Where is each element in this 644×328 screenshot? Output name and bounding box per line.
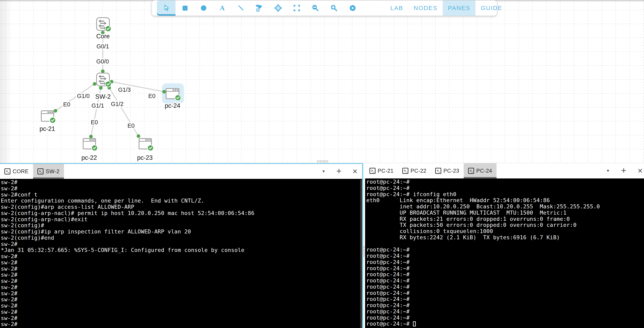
terminal-tab-label: CORE (12, 169, 29, 175)
text-icon: A (218, 4, 226, 13)
terminal-tab-pc-24[interactable]: >_PC-24 (464, 163, 496, 179)
collapse-pane-button[interactable]: ▼ (322, 169, 326, 174)
topology-canvas[interactable]: G0/1G0/0G1/0G1/1G1/2G1/3E0E0E0E0CoreSW-2… (0, 0, 644, 163)
terminal-pane-right: >_PC-21>_PC-22>_PC-23>_PC-24▼+✕ root@pc-… (365, 163, 644, 328)
terminal-tab-pc-23[interactable]: >_PC-23 (431, 163, 464, 179)
pane-controls: ▼+✕ (606, 163, 644, 179)
terminal-tab-label: PC-21 (378, 168, 394, 174)
tool-rectangle-button[interactable] (176, 1, 194, 16)
zoom-in-icon (330, 4, 338, 13)
line-icon (236, 4, 245, 13)
close-pane-button[interactable]: ✕ (638, 167, 643, 175)
terminal-tab-label: SW-2 (46, 169, 60, 175)
link-endpoint-dot (89, 135, 93, 138)
collapse-pane-button[interactable]: ▼ (606, 169, 610, 173)
terminal-prompt-icon: >_ (38, 169, 44, 175)
toolbar-tab-guide[interactable]: GUIDE (476, 1, 508, 16)
terminal-tabbar-left: >_CORE>_SW-2▼+✕ (0, 164, 362, 179)
terminal-tab-label: PC-24 (476, 168, 492, 174)
terminal-tab-pc-22[interactable]: >_PC-22 (398, 163, 431, 179)
link-endpoint-dot (101, 69, 104, 73)
terminal-pane-left: >_CORE>_SW-2▼+✕ sw-2# sw-2# sw-2#conf t … (0, 163, 363, 328)
tool-center-view-button[interactable] (269, 1, 287, 16)
terminal-prompt-icon: >_ (4, 169, 10, 175)
port-label: E0 (148, 93, 155, 99)
terminal-console-pc24[interactable]: root@pc-24:~# root@pc-24:~# root@pc-24:~… (365, 179, 644, 328)
port-label: G0/1 (96, 43, 109, 50)
tool-zoom-out-button[interactable] (306, 1, 324, 16)
zoom-out-icon (311, 4, 320, 13)
tool-group: A (152, 1, 362, 16)
terminal-tab-label: PC-22 (410, 168, 426, 174)
ellipse-icon (199, 4, 208, 13)
tool-add-node-button[interactable] (250, 1, 269, 16)
terminal-tabbar-right: >_PC-21>_PC-22>_PC-23>_PC-24▼+✕ (365, 163, 644, 179)
node-core[interactable]: Core (96, 18, 111, 40)
add-node-icon (255, 4, 264, 13)
port-label: G1/3 (118, 87, 131, 93)
fit-screen-icon (292, 4, 301, 13)
terminal-prompt-icon: >_ (402, 168, 408, 174)
node-pc-24[interactable]: pc-24 (165, 89, 181, 109)
node-label: pc-24 (165, 102, 180, 109)
toolbar-tab-strip: LABNODESPANESGUIDE (385, 1, 508, 16)
link-endpoint-dot (93, 82, 96, 86)
node-label: pc-21 (40, 125, 55, 132)
port-label: E0 (128, 122, 134, 129)
node-pc-22[interactable]: pc-22 (81, 138, 98, 161)
port-label: G1/0 (77, 93, 90, 99)
terminal-cursor (413, 321, 416, 326)
tool-text-button[interactable]: A (213, 1, 232, 16)
pane-controls: ▼+✕ (322, 164, 362, 179)
svg-text:A: A (220, 4, 224, 12)
panel-resize-handle[interactable] (317, 160, 328, 163)
node-label: pc-23 (137, 154, 153, 161)
tool-select-button[interactable] (157, 1, 176, 16)
toolbar-tab-nodes[interactable]: NODES (408, 1, 442, 16)
terminal-scrollbar[interactable] (360, 180, 362, 328)
terminal-tab-label: PC-23 (444, 168, 459, 174)
terminal-tab-sw-2[interactable]: >_SW-2 (33, 164, 64, 179)
port-label: G1/1 (92, 102, 104, 109)
link-endpoint-dot (99, 86, 102, 90)
terminal-console-sw2[interactable]: sw-2# sw-2# sw-2#conf t Enter configurat… (0, 179, 362, 328)
node-sw-2[interactable]: SW-2 (96, 73, 111, 100)
node-label: SW-2 (96, 93, 111, 100)
toolbar-tab-lab[interactable]: LAB (385, 1, 408, 16)
node-label: Core (96, 33, 110, 40)
terminal-prompt-icon: >_ (435, 168, 441, 174)
terminal-tab-core[interactable]: >_CORE (0, 164, 33, 179)
add-terminal-button[interactable]: + (621, 166, 626, 176)
pane-split-handle[interactable] (362, 246, 365, 257)
link-endpoint-dot (162, 90, 166, 94)
center-view-icon (274, 4, 282, 13)
terminal-prompt-icon: >_ (468, 168, 474, 174)
add-terminal-button[interactable]: + (336, 166, 342, 176)
link-endpoint-dot (54, 109, 57, 113)
tool-line-button[interactable] (232, 1, 250, 16)
tool-ellipse-button[interactable] (194, 1, 213, 16)
rectangle-icon (180, 4, 189, 13)
node-pc-21[interactable]: pc-21 (40, 111, 56, 132)
terminal-prompt-icon: >_ (370, 168, 376, 174)
toolbar-tab-panes[interactable]: PANES (442, 1, 476, 16)
node-pc-23[interactable]: pc-23 (137, 138, 153, 161)
tool-settings-button[interactable] (343, 1, 362, 16)
port-label: E0 (91, 119, 98, 125)
node-label: pc-22 (81, 154, 97, 161)
terminal-tab-pc-21[interactable]: >_PC-21 (365, 163, 398, 179)
app-window: G0/1G0/0G1/0G1/1G1/2G1/3E0E0E0E0CoreSW-2… (0, 0, 644, 328)
close-pane-button[interactable]: ✕ (352, 168, 358, 175)
port-label: G0/0 (96, 58, 109, 65)
port-label: E0 (63, 101, 70, 108)
toolbar: A (152, 1, 497, 16)
gear-icon (348, 4, 357, 13)
tool-fit-screen-button[interactable] (287, 1, 306, 16)
port-label: G1/2 (111, 101, 124, 107)
link-endpoint-dot (137, 134, 140, 138)
pointer-icon (162, 4, 171, 13)
tool-zoom-in-button[interactable] (324, 1, 343, 16)
